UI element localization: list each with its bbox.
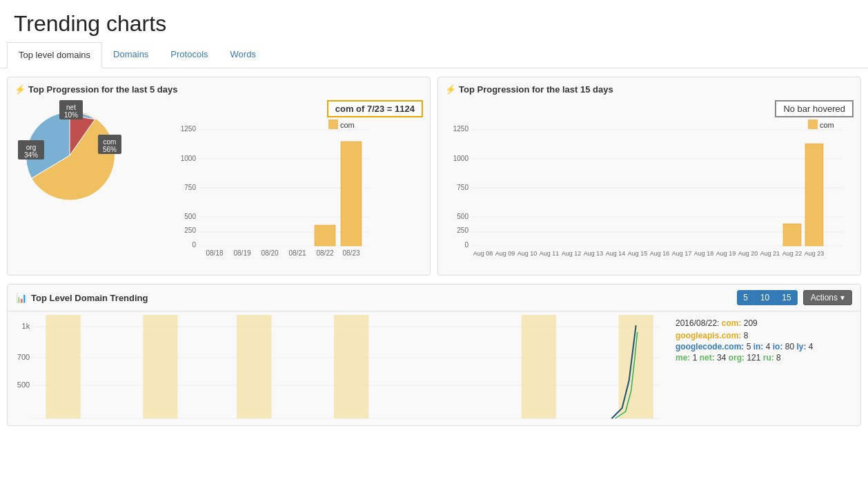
svg-text:Aug
17: Aug 17: [672, 250, 692, 257]
svg-text:1250: 1250: [453, 125, 469, 133]
legend-com-key: com:: [722, 318, 742, 328]
pie-chart-area: org 34% com 56% net 10%: [14, 100, 125, 207]
svg-text:Aug
10: Aug 10: [517, 250, 537, 257]
svg-text:Aug
18: Aug 18: [694, 250, 714, 257]
trending-section-title: 📊 Top Level Domain Trending: [16, 293, 731, 303]
charts-row: ⚡ Top Progression for the last 5 days: [0, 68, 868, 284]
btn-10-days[interactable]: 10: [754, 290, 776, 305]
right-tooltip: No bar hovered: [775, 100, 854, 117]
svg-text:500: 500: [457, 213, 468, 220]
svg-text:08/18: 08/18: [206, 249, 223, 257]
trending-legend: 2016/08/22: com: 209 googleapis.com: 8 g…: [667, 311, 860, 425]
svg-text:Aug
11: Aug 11: [540, 250, 560, 257]
svg-text:750: 750: [184, 184, 196, 191]
trending-section: 📊 Top Level Domain Trending 5 10 15 Acti…: [7, 284, 861, 426]
right-bar-area: No bar hovered com 1250 1000 750 500 250…: [445, 100, 854, 268]
tab-protocols[interactable]: Protocols: [159, 42, 219, 68]
left-bar-svg: com 1250 1000 750 500 250 0: [130, 100, 423, 266]
bar-chart-icon: 📊: [16, 293, 27, 303]
svg-rect-9: [328, 119, 338, 129]
right-chart-panel: ⚡ Top Progression for the last 15 days N…: [437, 77, 861, 276]
svg-rect-64: [805, 144, 823, 246]
svg-text:10%: 10%: [63, 111, 77, 119]
legend-me: me: 1 net: 34 org: 121 ru: 8: [675, 353, 852, 363]
legend-googlecode: googlecode.com: 5 in: 4 io: 80 ly: 4: [675, 342, 852, 352]
svg-text:Aug
15: Aug 15: [628, 250, 648, 257]
svg-text:Aug
12: Aug 12: [562, 250, 582, 257]
svg-text:Aug
19: Aug 19: [716, 250, 736, 257]
tab-top-level-domains[interactable]: Top level domains: [7, 42, 102, 68]
trending-chart-area: 1k 700 500: [8, 311, 667, 425]
svg-text:1250: 1250: [181, 125, 197, 133]
svg-text:08/22: 08/22: [316, 249, 333, 257]
trending-main-svg: 1k 700 500: [8, 311, 667, 425]
svg-text:750: 750: [457, 184, 468, 191]
svg-rect-27: [315, 225, 335, 246]
svg-text:com: com: [103, 138, 116, 146]
btn-15-days[interactable]: 15: [776, 290, 797, 305]
left-bar-area: com of 7/23 = 1124 com 1250 1000 750 500…: [130, 100, 423, 268]
svg-text:Aug
09: Aug 09: [495, 250, 515, 257]
legend-com-value: 209: [744, 318, 758, 328]
svg-text:com: com: [340, 121, 355, 129]
svg-text:Aug
21: Aug 21: [760, 250, 780, 257]
svg-text:Aug
14: Aug 14: [606, 250, 626, 257]
trending-header: 📊 Top Level Domain Trending 5 10 15 Acti…: [8, 285, 860, 311]
dropdown-arrow-icon: ▾: [840, 293, 845, 302]
svg-text:Aug
13: Aug 13: [584, 250, 604, 257]
svg-text:0: 0: [464, 241, 468, 249]
svg-text:Aug
23: Aug 23: [805, 250, 825, 257]
bolt-icon-left: ⚡: [14, 84, 26, 95]
svg-text:Aug
08: Aug 08: [473, 250, 493, 257]
actions-button[interactable]: Actions ▾: [803, 290, 852, 305]
svg-text:08/19: 08/19: [233, 249, 250, 257]
page-header: Trending charts: [0, 0, 868, 42]
svg-rect-63: [783, 224, 801, 246]
legend-googleapis: googleapis.com: 8: [675, 331, 852, 340]
trending-body: 1k 700 500: [8, 311, 860, 425]
svg-text:500: 500: [184, 213, 196, 220]
svg-text:1000: 1000: [181, 155, 197, 162]
svg-rect-91: [334, 315, 368, 418]
svg-text:700: 700: [17, 353, 30, 361]
svg-text:250: 250: [184, 227, 196, 234]
tabs-bar: Top level domains Domains Protocols Word…: [0, 42, 868, 68]
pie-chart-svg: org 34% com 56% net 10%: [17, 100, 124, 207]
svg-text:Aug
22: Aug 22: [782, 250, 802, 257]
svg-text:0: 0: [192, 241, 196, 249]
svg-text:08/20: 08/20: [261, 249, 278, 257]
svg-text:1000: 1000: [453, 155, 469, 162]
timeframe-btn-group: 5 10 15: [737, 290, 797, 305]
left-tooltip: com of 7/23 = 1124: [327, 100, 423, 117]
svg-rect-92: [522, 315, 556, 418]
bolt-icon-right: ⚡: [445, 84, 456, 95]
btn-5-days[interactable]: 5: [737, 290, 754, 305]
svg-text:34%: 34%: [23, 151, 37, 159]
legend-date: 2016/08/22: com: 209: [675, 318, 852, 328]
svg-text:net: net: [66, 104, 76, 111]
svg-rect-90: [237, 315, 271, 418]
svg-text:56%: 56%: [102, 146, 116, 153]
svg-rect-88: [46, 315, 80, 418]
svg-text:Aug
20: Aug 20: [738, 250, 758, 257]
left-chart-inner: org 34% com 56% net 10% com of 7/23 = 11…: [14, 100, 423, 268]
svg-text:250: 250: [457, 227, 468, 234]
svg-text:08/23: 08/23: [342, 249, 359, 257]
right-bar-svg: com 1250 1000 750 500 250 0: [445, 100, 854, 266]
svg-rect-28: [341, 142, 362, 246]
svg-rect-35: [808, 119, 818, 129]
left-chart-title: ⚡ Top Progression for the last 5 days: [14, 84, 423, 95]
svg-text:org: org: [26, 144, 35, 151]
svg-rect-89: [143, 315, 177, 418]
svg-text:08/21: 08/21: [288, 249, 306, 257]
svg-text:Aug
16: Aug 16: [650, 250, 670, 257]
tab-domains[interactable]: Domains: [102, 42, 159, 68]
svg-text:1k: 1k: [22, 322, 30, 330]
svg-text:com: com: [820, 121, 834, 129]
svg-text:500: 500: [17, 381, 30, 389]
page-title: Trending charts: [14, 11, 854, 37]
tab-words[interactable]: Words: [219, 42, 267, 68]
left-chart-panel: ⚡ Top Progression for the last 5 days: [7, 77, 431, 276]
right-chart-title: ⚡ Top Progression for the last 15 days: [445, 84, 854, 95]
